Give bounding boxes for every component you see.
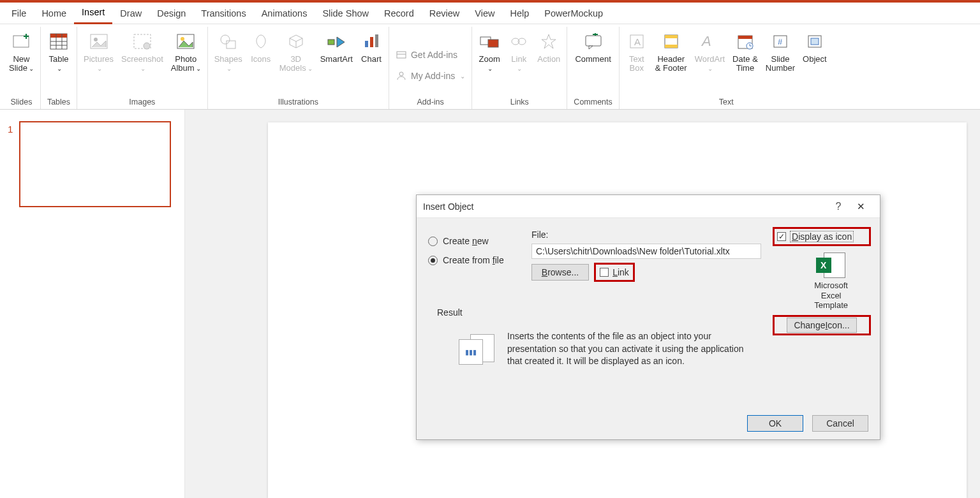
svg-rect-4 bbox=[50, 34, 67, 38]
pictures-icon bbox=[88, 31, 110, 52]
slide-thumbnails-panel: 1 bbox=[0, 110, 185, 498]
photo-album-icon bbox=[175, 31, 197, 52]
object-button[interactable]: Object bbox=[803, 27, 827, 64]
group-addins-label: Add-ins bbox=[417, 95, 443, 109]
slide-number-button[interactable]: # Slide Number bbox=[766, 27, 795, 73]
header-footer-icon bbox=[660, 31, 682, 52]
tab-slideshow[interactable]: Slide Show bbox=[315, 3, 376, 24]
thumbnail-number: 1 bbox=[8, 121, 19, 135]
link-label: Link bbox=[612, 267, 629, 277]
radio-icon bbox=[428, 237, 438, 246]
group-slides-label: Slides bbox=[10, 95, 32, 109]
browse-button[interactable]: Browse... bbox=[531, 264, 589, 281]
tab-insert[interactable]: Insert bbox=[74, 3, 112, 24]
group-images-label: Images bbox=[129, 95, 155, 109]
cancel-button[interactable]: Cancel bbox=[812, 415, 868, 432]
new-slide-button[interactable]: New Slide⌄ bbox=[9, 27, 34, 73]
store-icon bbox=[396, 49, 407, 61]
person-icon bbox=[396, 70, 407, 82]
group-text-label: Text bbox=[719, 95, 734, 109]
file-path-field[interactable]: C:\Users\chitr\Downloads\New folder\Tuto… bbox=[531, 244, 761, 259]
ribbon: New Slide⌄ Slides Table⌄ Tables Pictures… bbox=[0, 24, 980, 110]
group-text: A Text Box Header & Footer A WordArt⌄ Da… bbox=[620, 27, 833, 109]
group-comments-label: Comments bbox=[574, 95, 612, 109]
display-as-icon-checkbox[interactable] bbox=[777, 232, 786, 241]
tab-powermockup[interactable]: PowerMockup bbox=[537, 3, 611, 24]
calendar-icon bbox=[734, 31, 756, 52]
result-group: Result ▮▮▮ Inserts the contents of the f… bbox=[427, 312, 752, 402]
tab-record[interactable]: Record bbox=[376, 3, 422, 24]
link-button[interactable]: Link⌄ bbox=[508, 27, 530, 73]
svg-rect-39 bbox=[665, 35, 678, 38]
svg-rect-43 bbox=[738, 36, 752, 39]
result-text: Inserts the contents of the file as an o… bbox=[507, 330, 746, 368]
thumbnail-row-1[interactable]: 1 bbox=[0, 121, 184, 207]
action-icon bbox=[538, 31, 560, 52]
excel-caption: Microsoft Excel Template bbox=[814, 281, 848, 311]
tab-draw[interactable]: Draw bbox=[112, 3, 149, 24]
screenshot-button[interactable]: Screenshot⌄ bbox=[121, 27, 163, 73]
file-label: File: bbox=[531, 230, 548, 240]
tab-file[interactable]: File bbox=[4, 3, 34, 24]
icons-button[interactable]: Icons bbox=[250, 27, 272, 64]
table-button[interactable]: Table⌄ bbox=[48, 27, 70, 73]
display-as-icon-highlight: Display as icon bbox=[773, 227, 871, 246]
group-tables-label: Tables bbox=[47, 95, 70, 109]
excel-icon: X bbox=[816, 253, 847, 278]
svg-text:#: # bbox=[778, 37, 783, 47]
smartart-button[interactable]: SmartArt bbox=[320, 27, 353, 64]
my-addins-button[interactable]: My Add-ins⌄ bbox=[396, 70, 465, 82]
action-button[interactable]: Action bbox=[537, 27, 560, 64]
svg-point-10 bbox=[94, 38, 98, 41]
dialog-help-button[interactable]: ? bbox=[829, 201, 848, 212]
3d-models-button[interactable]: 3D Models⌄ bbox=[279, 27, 313, 73]
group-tables: Table⌄ Tables bbox=[41, 27, 77, 109]
wordart-button[interactable]: A WordArt⌄ bbox=[695, 27, 725, 73]
svg-rect-32 bbox=[586, 36, 601, 46]
shapes-button[interactable]: Shapes⌄ bbox=[214, 27, 242, 73]
zoom-button[interactable]: Zoom⌄ bbox=[479, 27, 500, 73]
dialog-close-button[interactable]: ✕ bbox=[848, 201, 873, 212]
change-icon-button[interactable]: Change Icon... bbox=[787, 318, 857, 333]
chart-button[interactable]: Chart bbox=[360, 27, 382, 64]
comment-button[interactable]: Comment bbox=[575, 27, 611, 64]
tab-review[interactable]: Review bbox=[422, 3, 468, 24]
zoom-icon bbox=[479, 31, 500, 52]
tab-transitions[interactable]: Transitions bbox=[193, 3, 253, 24]
comment-icon bbox=[583, 31, 604, 52]
screenshot-icon bbox=[131, 31, 153, 52]
textbox-button[interactable]: A Text Box bbox=[626, 27, 648, 73]
link-checkbox-highlight: Link bbox=[594, 263, 635, 282]
tab-home[interactable]: Home bbox=[34, 3, 74, 24]
svg-rect-22 bbox=[370, 37, 373, 47]
svg-rect-16 bbox=[226, 41, 235, 48]
change-icon-highlight: Change Icon... bbox=[773, 315, 871, 335]
shapes-icon bbox=[218, 31, 239, 52]
svg-rect-40 bbox=[665, 45, 678, 48]
svg-marker-20 bbox=[337, 37, 345, 47]
link-checkbox[interactable] bbox=[600, 268, 609, 277]
tab-help[interactable]: Help bbox=[502, 3, 537, 24]
svg-rect-21 bbox=[365, 41, 368, 47]
date-time-button[interactable]: Date & Time bbox=[732, 27, 758, 73]
get-addins-button[interactable]: Get Add-ins bbox=[396, 49, 457, 61]
result-icon: ▮▮▮ bbox=[459, 334, 494, 365]
wordart-icon: A bbox=[699, 31, 720, 52]
tab-design[interactable]: Design bbox=[149, 3, 193, 24]
insert-object-dialog: Insert Object ? ✕ Create new Create from… bbox=[416, 194, 880, 440]
tab-animations[interactable]: Animations bbox=[254, 3, 315, 24]
tab-view[interactable]: View bbox=[467, 3, 502, 24]
ribbon-tabs: File Home Insert Draw Design Transitions… bbox=[0, 3, 980, 24]
pictures-button[interactable]: Pictures⌄ bbox=[84, 27, 114, 73]
svg-rect-24 bbox=[397, 52, 406, 58]
ok-button[interactable]: OK bbox=[747, 415, 803, 432]
header-footer-button[interactable]: Header & Footer bbox=[655, 27, 687, 73]
group-slides: New Slide⌄ Slides bbox=[3, 27, 41, 109]
chart-icon bbox=[360, 31, 382, 52]
smartart-icon bbox=[325, 31, 347, 52]
photo-album-button[interactable]: Photo Album⌄ bbox=[171, 27, 201, 73]
thumbnail-slide-1[interactable] bbox=[19, 121, 171, 207]
svg-point-14 bbox=[181, 37, 184, 41]
excel-template-preview: X Microsoft Excel Template bbox=[814, 253, 848, 311]
link-icon bbox=[508, 31, 530, 52]
